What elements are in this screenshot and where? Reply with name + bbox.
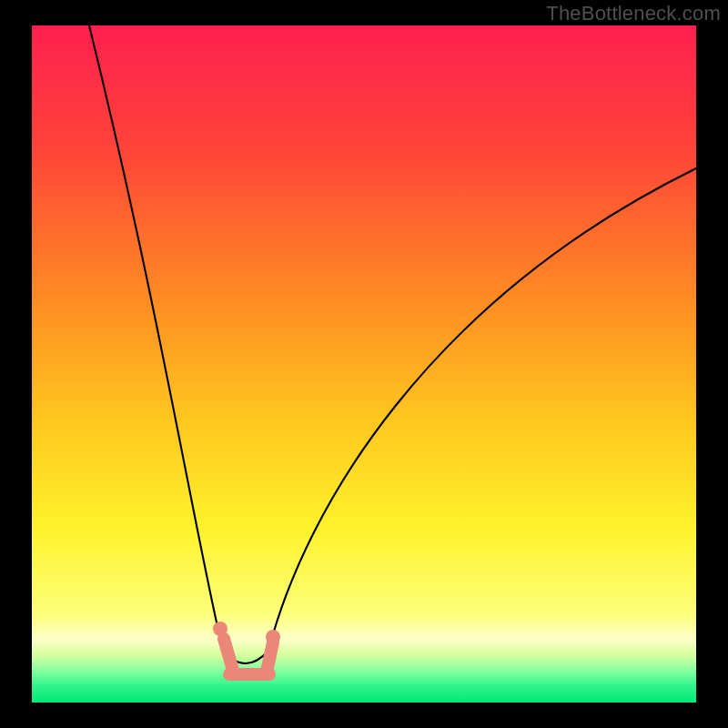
plot-area	[32, 25, 696, 703]
svg-line-3	[267, 642, 273, 672]
chart-svg	[0, 0, 728, 728]
watermark-text: TheBottleneck.com	[546, 2, 721, 25]
svg-point-4	[266, 630, 280, 644]
chart-stage: TheBottleneck.com	[0, 0, 728, 728]
